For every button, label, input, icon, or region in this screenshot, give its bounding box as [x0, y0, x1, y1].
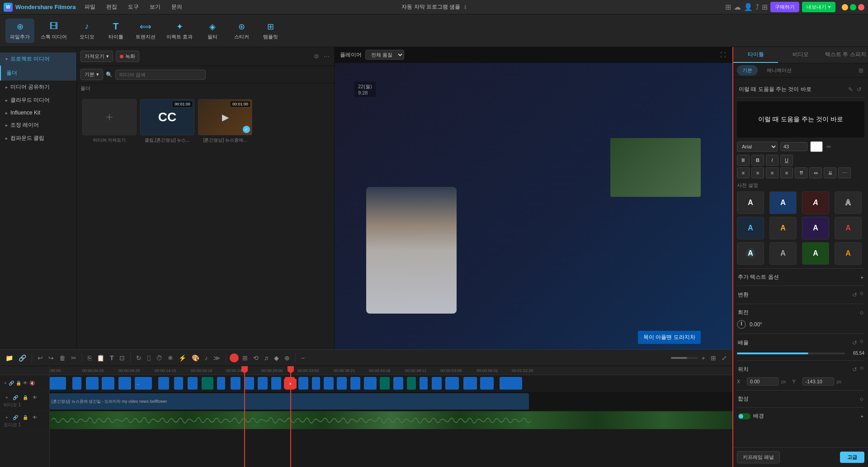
sidebar-item-project-media[interactable]: ▾ 프로젝트 미디어	[0, 52, 76, 66]
tl-redo-button[interactable]: ↪	[47, 353, 56, 362]
subtitle-clip-9[interactable]	[188, 377, 198, 390]
sidebar-item-compound-clip[interactable]: ▸ 컴파운드 클립	[0, 132, 76, 145]
text-more-button[interactable]: ⋯	[838, 167, 851, 178]
import-filter-button[interactable]: 가져오기 ▾	[80, 51, 113, 62]
preset-item-1[interactable]: A	[737, 191, 764, 214]
menu-help[interactable]: 문의	[170, 2, 184, 12]
subtitle-clip-24[interactable]	[407, 377, 416, 390]
preset-item-3[interactable]: A	[802, 191, 829, 214]
format-underline-button[interactable]: U	[780, 155, 793, 166]
subtab-basic[interactable]: 기본	[737, 65, 758, 76]
color-picker-button[interactable]: ✏	[826, 143, 832, 151]
subtitle-clip-6[interactable]: ...	[135, 377, 152, 390]
sidebar-item-influence-kit[interactable]: ▸ Influence Kit	[0, 107, 76, 119]
preview-fullscreen-button[interactable]: ⛶	[719, 51, 727, 59]
preset-item-8[interactable]: A	[835, 217, 862, 239]
tool-title[interactable]: T 타이틀	[102, 19, 129, 43]
tl-ai-button[interactable]: ⚡	[177, 353, 188, 362]
tool-filter[interactable]: ◈ 필터	[199, 19, 226, 43]
subtitle-clip-20[interactable]	[350, 377, 360, 390]
position-reset-button[interactable]: ↺	[851, 365, 858, 374]
tl-snap-button[interactable]: ⊞	[241, 353, 250, 362]
subtitle-clip-active[interactable]	[285, 377, 295, 390]
subtitle-clip-30[interactable]	[500, 377, 522, 390]
format-columns-button[interactable]: Ⅲ	[737, 155, 750, 166]
tl-record-button[interactable]	[230, 353, 239, 362]
preset-item-4[interactable]: A	[835, 191, 862, 214]
video-main-clip[interactable]: [혼긴영상] 뉴스중에 생긴일 - 도라지차 my video news bel…	[50, 393, 529, 410]
tl-cut-button[interactable]: ✂	[69, 353, 78, 362]
align-center-button[interactable]: ≡	[751, 167, 764, 178]
track-mute-button[interactable]: 🔇	[29, 380, 35, 386]
preset-item-11[interactable]: A	[802, 242, 829, 265]
preset-item-7[interactable]: A	[802, 217, 829, 239]
subtab-animation[interactable]: 애니메이션	[761, 65, 797, 76]
transform-header[interactable]: 변환 ↺ ◇	[737, 289, 864, 301]
subtitle-clip-4[interactable]	[102, 377, 114, 390]
subtitle-clip-1[interactable]	[50, 377, 66, 390]
tl-color-button[interactable]: 🎨	[190, 353, 201, 362]
tl-keyframe-button[interactable]: ◆	[272, 353, 281, 362]
subtitle-clip-27[interactable]	[445, 377, 459, 390]
track-lock-button[interactable]: 🔒	[15, 380, 22, 386]
subtitle-clip-7[interactable]	[158, 377, 169, 390]
clip2-thumb[interactable]: ▶ 00:01:00 ✓	[198, 99, 252, 135]
preset-item-9[interactable]: A	[737, 242, 764, 265]
subtitle-clip-18[interactable]	[324, 377, 334, 390]
menu-edit[interactable]: 편집	[104, 2, 119, 12]
tl-copy-button[interactable]: ⎘	[86, 353, 93, 362]
menu-file[interactable]: 파일	[83, 2, 97, 12]
close-button[interactable]	[858, 4, 864, 10]
minimize-button[interactable]	[842, 4, 848, 10]
format-italic-button[interactable]: I	[766, 155, 778, 166]
subtitle-clip-26[interactable]	[432, 377, 442, 390]
sidebar-item-media-share[interactable]: ▸ 미디어 공유하기	[0, 81, 76, 94]
font-family-select[interactable]: Arial	[737, 142, 778, 152]
tl-minus-button[interactable]: −	[299, 353, 307, 362]
sidebar-item-adjustment-layer[interactable]: ▸ 조정 레이어	[0, 119, 76, 132]
subtitle-clip-12[interactable]	[231, 377, 241, 390]
menu-view[interactable]: 보기	[148, 2, 162, 12]
tool-stock-media[interactable]: 🎞 스톡 미디어	[36, 19, 71, 43]
purchase-button[interactable]: 구매하기	[770, 2, 799, 12]
tl-delete-button[interactable]: 🗑	[57, 353, 67, 362]
tl-blend-button[interactable]: ⊕	[283, 353, 292, 362]
tl-audio-button[interactable]: ♪	[203, 353, 210, 362]
export-button[interactable]: 내보내기 ▾	[802, 2, 835, 12]
background-toggle[interactable]	[738, 413, 750, 419]
tab-tts[interactable]: 텍스트 투 스피치	[823, 47, 868, 63]
apply-button[interactable]: 고급	[840, 452, 864, 463]
vtrack-lock-button[interactable]: 🔒	[21, 394, 30, 401]
format-bold-button[interactable]: B	[751, 155, 764, 166]
tl-new-folder-button[interactable]: 📁	[4, 353, 15, 362]
tool-transition[interactable]: ⟺ 트랜지션	[131, 19, 160, 43]
tool-audio[interactable]: ♪ 오디오	[73, 19, 100, 43]
preset-item-6[interactable]: A	[769, 217, 797, 239]
track-link-button[interactable]: 🔗	[8, 380, 14, 386]
subtitle-clip-22[interactable]	[380, 377, 390, 390]
tl-layout-button[interactable]: ⊞	[709, 353, 718, 362]
tool-effect[interactable]: ✦ 이펙트 효과	[162, 19, 197, 43]
blend-header[interactable]: 합성 ◇	[737, 393, 864, 405]
subtitle-clip-14[interactable]	[258, 377, 268, 390]
pos-x-input[interactable]	[747, 377, 778, 386]
atrack-add-button[interactable]: +	[4, 414, 10, 421]
font-color-swatch[interactable]	[810, 141, 823, 152]
tl-freeze-button[interactable]: ❄	[166, 353, 175, 362]
tab-video[interactable]: 비디오	[778, 47, 823, 63]
atrack-eye-button[interactable]: 👁	[31, 414, 39, 421]
subtitle-clip-21[interactable]	[364, 377, 377, 390]
tl-link-button[interactable]: 🔗	[17, 353, 28, 362]
subtitle-clip-17[interactable]	[312, 377, 320, 390]
tl-audio-adj-button[interactable]: ♬	[262, 353, 271, 362]
track-eye-button[interactable]: 👁	[23, 380, 28, 386]
scale-track[interactable]	[737, 353, 845, 354]
atrack-lock-button[interactable]: 🔒	[21, 414, 30, 421]
transform-reset-button[interactable]: ↺	[851, 291, 858, 299]
align-justify-button[interactable]: ≡	[780, 167, 793, 178]
valign-mid-button[interactable]: ⇔	[809, 167, 822, 178]
rotate-dial[interactable]	[737, 320, 746, 329]
font-size-input[interactable]	[780, 142, 807, 151]
tl-motion-button[interactable]: ⟲	[251, 353, 260, 362]
menu-tools[interactable]: 도구	[126, 2, 141, 12]
